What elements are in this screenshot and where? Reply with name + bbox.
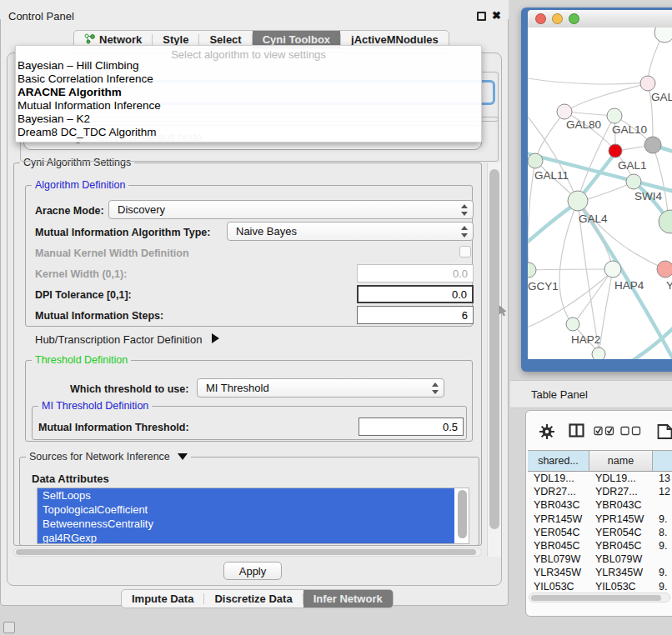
- node-label: GAL4: [579, 212, 608, 225]
- tab-infer-network[interactable]: Infer Network: [303, 590, 393, 608]
- table-cell: 9.: [653, 512, 672, 526]
- tab-impute-data[interactable]: Impute Data: [122, 590, 203, 608]
- kernel-width-input[interactable]: [357, 264, 474, 282]
- mi-type-select[interactable]: Naive Bayes: [227, 222, 474, 241]
- spinner-arrows-icon[interactable]: [460, 226, 467, 238]
- table-cell: YIL053C: [528, 580, 589, 591]
- horizontal-scrollbar-thumb[interactable]: [16, 549, 476, 555]
- network-node-gal1[interactable]: [609, 144, 622, 158]
- mac-minimize-button[interactable]: [552, 13, 563, 24]
- table-row[interactable]: YPR145WYPR145W9.: [528, 512, 672, 526]
- network-node[interactable]: [659, 210, 672, 233]
- hub-definition-toggle[interactable]: Hub/Transcription Factor Definition: [35, 333, 219, 346]
- network-node-gal4[interactable]: [568, 191, 588, 211]
- control-panel-title: Control Panel: [8, 10, 74, 22]
- data-attribute-item[interactable]: BetweennessCentrality: [38, 517, 454, 531]
- float-window-icon[interactable]: [477, 12, 486, 21]
- column-header-a[interactable]: A: [653, 451, 672, 471]
- table-header-row[interactable]: shared...nameA: [528, 450, 672, 472]
- network-node-gal11[interactable]: [528, 153, 543, 168]
- dpi-tolerance-input[interactable]: [357, 285, 474, 303]
- data-attribute-item[interactable]: gal4RGexp: [38, 531, 454, 544]
- minimized-panel-icon[interactable]: [3, 622, 15, 633]
- network-edge[interactable]: [621, 315, 672, 359]
- network-node-gal10[interactable]: [607, 108, 622, 123]
- table-scrollbar-thumb[interactable]: [531, 595, 661, 601]
- table-horizontal-scrollbar[interactable]: [529, 592, 670, 602]
- threshold-definition-title: Threshold Definition: [32, 354, 131, 366]
- network-node[interactable]: [644, 137, 661, 153]
- network-node-gal[interactable]: [640, 76, 655, 91]
- mac-close-button[interactable]: [535, 13, 546, 24]
- network-node-gal80[interactable]: [557, 104, 572, 119]
- table-cell: YDR27...: [528, 485, 589, 498]
- table-cell: YBL079W: [528, 552, 589, 566]
- tab-label: Cyni Toolbox: [263, 33, 330, 46]
- hub-definition-label: Hub/Transcription Factor Definition: [35, 333, 202, 346]
- column-header-shared-[interactable]: shared...: [528, 451, 589, 471]
- network-edge[interactable]: [564, 83, 648, 112]
- algorithm-option[interactable]: Bayesian – Hill Climbing: [16, 59, 481, 72]
- network-edge[interactable]: [528, 202, 578, 246]
- network-node[interactable]: [654, 28, 672, 42]
- table-body[interactable]: YDL19...YDL19...13YDR27...YDR27...12YBR0…: [528, 472, 672, 590]
- mi-threshold-input[interactable]: [359, 418, 464, 436]
- apply-button[interactable]: Apply: [223, 562, 282, 580]
- algorithm-option[interactable]: Basic Correlation Inference: [16, 72, 481, 86]
- spinner-arrows-icon[interactable]: [431, 382, 438, 394]
- table-cell: YPR145W: [528, 512, 589, 526]
- network-edge[interactable]: [578, 201, 664, 268]
- tab-discretize-data[interactable]: Discretize Data: [204, 590, 302, 608]
- list-vertical-scrollbar[interactable]: [458, 490, 467, 538]
- table-row[interactable]: YBR043CYBR043C: [528, 498, 672, 512]
- network-node-hap4[interactable]: [604, 261, 621, 278]
- network-edge[interactable]: [559, 201, 578, 322]
- manual-kernel-checkbox[interactable]: [459, 246, 471, 258]
- close-icon[interactable]: ✖: [492, 9, 501, 22]
- algorithm-option[interactable]: ARACNE Algorithm: [16, 86, 481, 99]
- network-window-titlebar[interactable]: [528, 10, 672, 28]
- mi-steps-input[interactable]: [357, 306, 474, 324]
- table-row[interactable]: YER054CYER054C8.: [528, 526, 672, 539]
- gear-icon[interactable]: [539, 423, 555, 440]
- network-edge[interactable]: [530, 269, 611, 270]
- vertical-scrollbar-thumb[interactable]: [489, 169, 499, 529]
- network-node-gcy1[interactable]: [528, 262, 536, 278]
- algorithm-option[interactable]: Dream8 DC_TDC Algorithm: [16, 126, 481, 139]
- column-header-name[interactable]: name: [589, 451, 653, 471]
- data-attribute-item[interactable]: SelfLoops: [38, 488, 454, 502]
- node-label: GCY1: [528, 280, 559, 292]
- network-node[interactable]: [592, 348, 605, 359]
- aracne-mode-select[interactable]: Discovery: [108, 200, 474, 219]
- algorithm-option[interactable]: Mutual Information Inference: [16, 99, 481, 112]
- table-row[interactable]: YDR27...YDR27...12: [528, 485, 672, 498]
- network-edge[interactable]: [528, 78, 646, 84]
- table-row[interactable]: YIL053CYIL053C9.: [528, 580, 672, 591]
- table-row[interactable]: YLR345WYLR345W9.: [528, 566, 672, 579]
- network-node-y[interactable]: [657, 261, 672, 278]
- network-node-swi4[interactable]: [626, 174, 641, 189]
- settings-vertical-scrollbar[interactable]: [487, 162, 501, 557]
- table-row[interactable]: YBL079WYBL079W: [528, 552, 672, 566]
- mac-zoom-button[interactable]: [569, 13, 579, 24]
- table-row[interactable]: YBR045CYBR045C9.: [528, 539, 672, 552]
- deselect-columns-icon[interactable]: [620, 426, 641, 436]
- settings-horizontal-scrollbar[interactable]: [13, 548, 482, 557]
- data-attributes-list[interactable]: SelfLoopsTopologicalCoefficientBetweenne…: [37, 488, 469, 544]
- select-all-columns-icon[interactable]: [594, 426, 614, 436]
- spinner-arrows-icon[interactable]: [460, 204, 467, 216]
- network-node-hap2[interactable]: [566, 318, 579, 331]
- network-edge[interactable]: [535, 112, 564, 161]
- data-attribute-item[interactable]: TopologicalCoefficient: [38, 502, 454, 517]
- expanded-arrow-icon[interactable]: [178, 453, 188, 460]
- network-canvas[interactable]: GALGAL80GAL10GAL1GAL11SWI4GAL4GCY1HAP4YH…: [528, 28, 672, 359]
- algorithm-option[interactable]: Bayesian – K2: [16, 112, 481, 126]
- control-panel-titlebar[interactable]: [0, 0, 509, 19]
- which-threshold-select[interactable]: MI Threshold: [197, 378, 444, 398]
- network-edge[interactable]: [574, 269, 613, 322]
- new-table-icon[interactable]: [657, 423, 672, 439]
- split-panel-icon[interactable]: [569, 423, 584, 438]
- collapsed-arrow-icon[interactable]: [212, 333, 219, 343]
- table-row[interactable]: YDL19...YDL19...13: [528, 472, 672, 485]
- table-cell: YLR345W: [589, 566, 653, 579]
